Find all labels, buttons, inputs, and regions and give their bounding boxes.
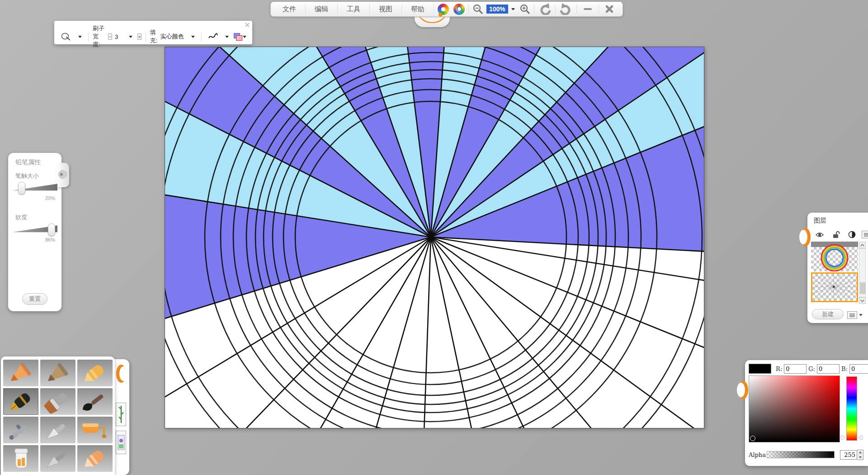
separator	[201, 32, 202, 41]
layer-opacity-button[interactable]	[846, 230, 858, 239]
color-wheel-eye-button[interactable]	[451, 3, 467, 16]
separator	[88, 32, 89, 41]
marker-jar-icon	[5, 447, 37, 470]
panel-handle-ear[interactable]	[57, 163, 69, 187]
tool-ink-brush[interactable]	[77, 388, 113, 415]
separator	[146, 32, 146, 41]
color-picker-panel: R: G: B: Alpha	[745, 360, 868, 466]
tool-eraser[interactable]	[77, 445, 113, 472]
shape-tool-button[interactable]	[59, 32, 73, 42]
clown-mouth-tab	[415, 15, 450, 27]
separator	[337, 5, 338, 14]
stamps-tab-button[interactable]	[116, 431, 126, 454]
palette-eye-button[interactable]	[435, 3, 451, 16]
brush-width-increase-button[interactable]: +	[137, 33, 141, 40]
close-button[interactable]	[600, 4, 618, 14]
softness-slider[interactable]	[12, 223, 57, 235]
red-input[interactable]	[784, 364, 807, 374]
crayon-icon	[79, 361, 111, 385]
separator	[468, 5, 469, 14]
brush-width-decrease-button[interactable]: −	[108, 33, 112, 40]
scroll-thumb[interactable]	[860, 282, 866, 294]
alpha-input[interactable]	[840, 450, 857, 460]
tool-grid	[3, 360, 113, 472]
layer-thumbnail-radial-rays-layer[interactable]	[811, 272, 858, 302]
menu-item-tools[interactable]: 工具	[339, 3, 368, 16]
tool-flat-brush[interactable]	[40, 388, 75, 415]
tool-paint-knife[interactable]	[40, 417, 75, 443]
paint-roller-icon	[79, 418, 111, 442]
panel-handle-ear[interactable]	[116, 365, 126, 383]
brush-width-dropdown[interactable]	[127, 35, 135, 39]
hue-bar[interactable]	[846, 376, 857, 441]
color-cursor[interactable]	[750, 436, 755, 441]
layer-list-menu-button[interactable]	[862, 231, 868, 238]
layers-panel: 图层	[807, 213, 868, 323]
flat-brush-icon	[42, 390, 74, 413]
tool-palette-knife[interactable]	[40, 445, 75, 472]
zoom-out-button[interactable]	[470, 3, 486, 15]
close-icon	[245, 23, 250, 27]
toolbar-close-button[interactable]	[245, 23, 250, 28]
saturation-value-box[interactable]	[749, 375, 840, 442]
stroke-style-dropdown[interactable]	[223, 35, 231, 39]
menu-item-view[interactable]: 视图	[371, 3, 400, 16]
panel-handle-ear[interactable]	[738, 381, 748, 399]
new-layer-button[interactable]: 新建	[812, 309, 844, 319]
pencil-properties-panel: 铅笔属性 笔触大小 20% 软度 86% 重置	[8, 153, 61, 311]
brush-size-slider-thumb[interactable]	[18, 182, 25, 195]
nature-brushes-tab-button[interactable]	[116, 403, 126, 426]
chevron-down-icon	[78, 36, 82, 38]
hue-marker-right[interactable]	[859, 435, 862, 440]
desktop-background: 文件编辑工具视图帮助 100%	[0, 0, 868, 475]
chevron-down-icon	[243, 36, 246, 38]
green-input[interactable]	[817, 364, 840, 374]
brush-size-slider[interactable]	[12, 182, 57, 194]
layer-visibility-button[interactable]	[813, 231, 826, 239]
layer-thumbnail-rainbow-circle-layer[interactable]	[811, 242, 858, 271]
tool-paint-roller[interactable]	[77, 417, 113, 443]
layers-options-button[interactable]	[847, 311, 857, 319]
alpha-spinner[interactable]	[857, 450, 863, 460]
softness-slider-thumb[interactable]	[48, 223, 55, 236]
clown-eye-colorwheel-icon	[453, 4, 465, 15]
scroll-track[interactable]	[859, 248, 866, 297]
menu-item-help[interactable]: 帮助	[403, 3, 432, 16]
current-color-swatch[interactable]	[749, 364, 771, 374]
tool-pastel-stick[interactable]	[40, 360, 75, 386]
hue-marker-left[interactable]	[841, 435, 844, 440]
zoom-level-value[interactable]: 100%	[486, 5, 508, 14]
redo-button[interactable]	[557, 2, 575, 16]
blue-input[interactable]	[849, 364, 868, 374]
brush-width-value[interactable]: 3	[115, 33, 124, 40]
tool-colored-pencil[interactable]	[3, 360, 38, 386]
zoom-dropdown-button[interactable]	[509, 7, 517, 11]
menu-item-file[interactable]: 文件	[275, 3, 304, 16]
minimize-button[interactable]	[578, 5, 597, 13]
eye-icon	[815, 232, 824, 238]
pastel-stick-icon	[42, 361, 74, 385]
panel-handle-ear[interactable]	[801, 228, 811, 246]
layer-lock-button[interactable]	[830, 230, 842, 239]
zoom-in-button[interactable]	[517, 3, 533, 15]
tool-airbrush[interactable]	[3, 417, 38, 443]
fill-mode-value[interactable]: 实心颜色	[160, 33, 186, 41]
alpha-bar[interactable]	[767, 451, 835, 458]
tool-marker-jar[interactable]	[3, 445, 38, 472]
minimize-icon	[584, 8, 592, 10]
stroke-style-button[interactable]	[206, 32, 220, 41]
stroke-color-swatch[interactable]	[234, 33, 238, 40]
tool-fountain-pen[interactable]	[3, 388, 38, 415]
menu-item-edit[interactable]: 编辑	[307, 3, 336, 16]
chevron-down-icon	[129, 36, 132, 38]
fill-mode-dropdown[interactable]	[189, 35, 197, 39]
drawing-canvas[interactable]	[165, 47, 704, 428]
shape-tool-dropdown[interactable]	[76, 35, 84, 39]
list-icon	[849, 313, 855, 318]
reset-button[interactable]: 重置	[22, 293, 47, 305]
alpha-marker[interactable]	[830, 454, 835, 458]
scroll-down-button[interactable]	[859, 297, 866, 304]
scroll-up-button[interactable]	[859, 242, 866, 248]
undo-button[interactable]	[536, 2, 554, 16]
tool-crayon[interactable]	[77, 360, 113, 386]
